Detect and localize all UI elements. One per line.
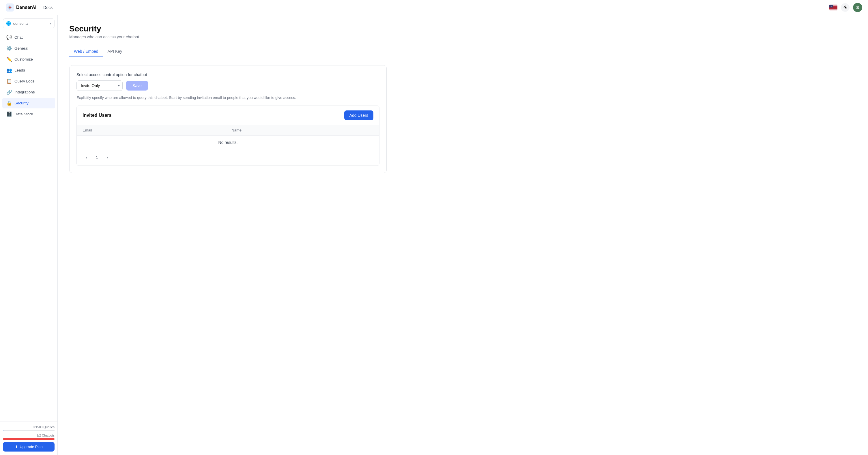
data-store-icon: 🗄️ — [6, 111, 11, 117]
access-select-wrapper: Public Invite Only Private ▾ — [76, 80, 123, 91]
leads-icon: 👥 — [6, 67, 11, 73]
integrations-icon: 🔗 — [6, 89, 11, 95]
sidebar-item-label-data-store: Data Store — [14, 112, 33, 116]
workspace-name: denser.ai — [13, 21, 47, 26]
svg-rect-5 — [829, 8, 837, 8]
invited-users-card: Invited Users Add Users Email Name No re… — [76, 105, 379, 166]
upgrade-plan-button[interactable]: ⬆ Upgrade Plan — [3, 442, 55, 452]
avatar[interactable]: S — [853, 3, 862, 12]
table-header-email: Email — [77, 125, 226, 135]
svg-point-1 — [9, 7, 11, 8]
workspace-selector[interactable]: 🌐 denser.ai ▾ — [3, 19, 55, 28]
access-control-select[interactable]: Public Invite Only Private — [76, 80, 123, 91]
no-results-label: No results. — [77, 135, 379, 150]
queries-progress-fill — [3, 430, 3, 431]
docs-link[interactable]: Docs — [43, 5, 53, 10]
sidebar-bottom: 0/1500 Queries 2/2 Chatbots ⬆ Upgrade Pl… — [0, 422, 57, 452]
chatbots-progress-bar — [3, 438, 55, 440]
nav-items: 💬 Chat ⚙️ General ✏️ Customize 👥 Leads 📋… — [0, 32, 57, 120]
users-table: Email Name No results. — [77, 125, 379, 149]
upgrade-label: Upgrade Plan — [20, 445, 43, 449]
sidebar-item-label-customize: Customize — [14, 57, 33, 61]
svg-rect-6 — [829, 9, 837, 9]
security-icon: 🔒 — [6, 100, 11, 106]
sidebar-item-query-logs[interactable]: 📋 Query Logs — [2, 76, 55, 87]
page-subtitle: Manages who can access your chatbot — [69, 35, 857, 39]
sidebar-item-label-general: General — [14, 46, 28, 51]
access-control-description: Explicitly specify who are allowed to qu… — [76, 95, 379, 100]
sidebar-item-leads[interactable]: 👥 Leads — [2, 65, 55, 75]
sidebar-item-general[interactable]: ⚙️ General — [2, 43, 55, 54]
current-page-number: 1 — [93, 153, 101, 161]
svg-text:★: ★ — [830, 5, 832, 7]
table-empty-row: No results. — [77, 135, 379, 150]
pagination: ‹ 1 › — [77, 149, 379, 165]
page-title: Security — [69, 24, 857, 33]
sidebar-item-label-security: Security — [14, 101, 29, 105]
add-users-button[interactable]: Add Users — [344, 110, 373, 120]
prev-page-button[interactable]: ‹ — [83, 153, 91, 161]
workspace-icon: 🌐 — [6, 21, 11, 26]
table-header-row: Email Name — [77, 125, 379, 135]
logo[interactable]: DenserAI — [6, 3, 36, 11]
invited-users-header: Invited Users Add Users — [77, 106, 379, 125]
navbar-left: DenserAI Docs — [6, 3, 53, 11]
access-control-label: Select access control option for chatbot — [76, 72, 379, 77]
queries-usage-label: 0/1500 Queries — [3, 425, 55, 429]
sidebar-item-customize[interactable]: ✏️ Customize — [2, 54, 55, 65]
tabs: Web / Embed API Key — [69, 46, 857, 57]
tab-web-embed[interactable]: Web / Embed — [69, 46, 103, 57]
access-control-row: Public Invite Only Private ▾ Save — [76, 80, 379, 91]
table-header-name: Name — [226, 125, 379, 135]
layout: 🌐 denser.ai ▾ 💬 Chat ⚙️ General ✏️ Custo… — [0, 15, 868, 455]
main-content: Security Manages who can access your cha… — [58, 15, 868, 455]
query-logs-icon: 📋 — [6, 78, 11, 84]
save-button[interactable]: Save — [126, 81, 148, 91]
sidebar-item-label-leads: Leads — [14, 68, 25, 72]
chatbots-progress-fill — [3, 438, 55, 440]
workspace-chevron-icon: ▾ — [50, 22, 51, 25]
sidebar-item-security[interactable]: 🔒 Security — [2, 98, 55, 108]
section-card: Select access control option for chatbot… — [69, 65, 387, 173]
upgrade-icon: ⬆ — [15, 445, 18, 449]
sidebar-item-label-chat: Chat — [14, 35, 23, 39]
invited-users-title: Invited Users — [83, 113, 112, 118]
sidebar-item-chat[interactable]: 💬 Chat — [2, 32, 55, 43]
theme-toggle-button[interactable]: ☀ — [841, 3, 849, 12]
navbar: DenserAI Docs ★ ☀ S — [0, 0, 868, 15]
tab-api-key[interactable]: API Key — [103, 46, 127, 57]
customize-icon: ✏️ — [6, 57, 11, 62]
sidebar-item-label-query-logs: Query Logs — [14, 79, 35, 83]
language-flag[interactable]: ★ — [829, 5, 837, 10]
general-icon: ⚙️ — [6, 45, 11, 51]
chat-icon: 💬 — [6, 35, 11, 40]
chatbots-usage-label: 2/2 Chatbots — [3, 434, 55, 437]
sidebar-item-label-integrations: Integrations — [14, 90, 35, 94]
navbar-right: ★ ☀ S — [829, 3, 862, 12]
queries-progress-bar — [3, 430, 55, 431]
sidebar-item-data-store[interactable]: 🗄️ Data Store — [2, 109, 55, 119]
next-page-button[interactable]: › — [103, 153, 112, 161]
logo-icon — [6, 3, 14, 11]
logo-text: DenserAI — [16, 5, 36, 10]
sidebar-item-integrations[interactable]: 🔗 Integrations — [2, 87, 55, 97]
sidebar: 🌐 denser.ai ▾ 💬 Chat ⚙️ General ✏️ Custo… — [0, 15, 58, 455]
